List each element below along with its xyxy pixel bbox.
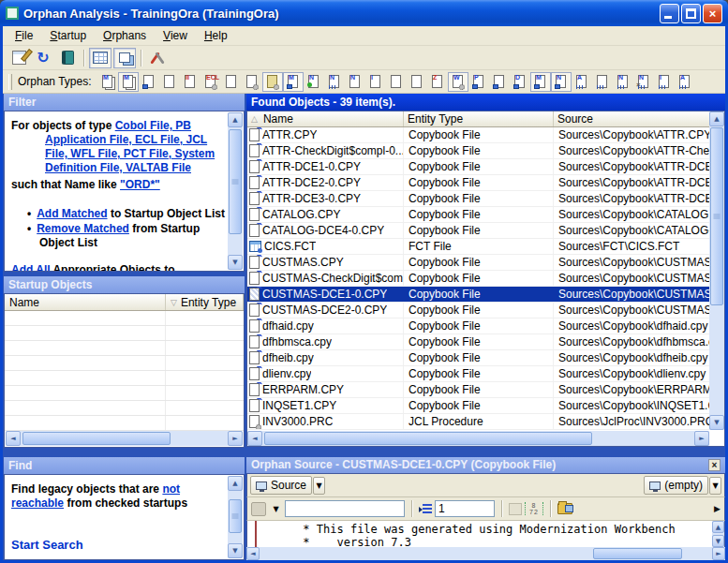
orphan-type-button[interactable]: [262, 72, 283, 92]
scroll-thumb[interactable]: [593, 548, 682, 559]
menu-help[interactable]: Help: [196, 27, 236, 44]
orphan-type-button[interactable]: ECL: [201, 72, 221, 92]
column-header-name[interactable]: △Name: [247, 111, 404, 126]
filter-scrollbar[interactable]: ▲ ▼: [228, 112, 243, 270]
table-row[interactable]: CUSTMAS.CPYCopybook FileSources\Copybook…: [247, 255, 709, 271]
minimize-button[interactable]: [660, 4, 679, 23]
outline-icon[interactable]: [509, 503, 522, 515]
menu-view[interactable]: View: [155, 27, 196, 44]
orphan-type-button[interactable]: P: [468, 72, 489, 92]
orphan-type-button[interactable]: N: [345, 72, 365, 92]
orphan-type-button[interactable]: [489, 72, 510, 92]
orphan-type-button[interactable]: II: [180, 72, 201, 92]
scroll-right-icon[interactable]: ►: [712, 547, 725, 560]
scroll-up-icon[interactable]: ▲: [709, 111, 724, 126]
scroll-right-icon[interactable]: ►: [228, 431, 243, 446]
tools-button[interactable]: [146, 48, 169, 68]
scroll-thumb[interactable]: [264, 432, 592, 445]
hyperlink[interactable]: Remove Matched: [37, 222, 129, 235]
table-row[interactable]: INV3000.PRCJCL ProcedureSources\JclProc\…: [247, 414, 709, 430]
table-row[interactable]: CATALOG-DCE4-0.CPYCopybook FileSources\C…: [247, 223, 709, 239]
found-horizontal-scrollbar[interactable]: ◄ ►: [247, 431, 709, 446]
table-row[interactable]: ATTR-DCE3-0.CPYCopybook FileSources\Copy…: [247, 191, 709, 207]
hyperlink[interactable]: Add All: [11, 263, 51, 271]
toolbar-overflow-icon[interactable]: ▶: [714, 504, 721, 513]
column-header-entity-type[interactable]: Entity Type: [404, 111, 554, 126]
orphan-type-button[interactable]: N: [551, 72, 572, 92]
scroll-up-icon[interactable]: ▲: [712, 521, 724, 533]
orphan-type-button[interactable]: [242, 72, 262, 92]
orphan-type-button[interactable]: [407, 72, 427, 92]
found-vertical-scrollbar[interactable]: ▲ ▼: [709, 111, 724, 430]
scroll-up-icon[interactable]: ▲: [228, 476, 243, 491]
start-search-link[interactable]: Start Search: [11, 538, 83, 552]
orphan-type-button[interactable]: N: [324, 72, 345, 92]
orphan-type-button[interactable]: [159, 72, 180, 92]
orphan-type-button[interactable]: [221, 72, 242, 92]
table-row[interactable]: CUSTMAS-CheckDigit$com...Copybook FileSo…: [247, 271, 709, 287]
table-row[interactable]: CUSTMAS-DCE2-0.CPYCopybook FileSources\C…: [247, 303, 709, 319]
scroll-down-icon[interactable]: ▼: [709, 415, 724, 430]
table-row[interactable]: ATTR-DCE2-0.CPYCopybook FileSources\Copy…: [247, 175, 709, 191]
form-view-button[interactable]: [113, 48, 136, 68]
ruler-icon[interactable]: 8 72: [525, 502, 543, 515]
orphan-type-button[interactable]: Z: [427, 72, 448, 92]
orphan-type-button[interactable]: I: [365, 72, 386, 92]
table-row[interactable]: dfheib.cpyCopybook FileSources\Copybook\…: [247, 350, 709, 366]
table-row[interactable]: dfhaid.cpyCopybook FileSources\Copybook\…: [247, 319, 709, 334]
compare-view-dropdown[interactable]: ▼: [709, 477, 721, 495]
scroll-down-icon[interactable]: ▼: [228, 543, 243, 558]
table-row[interactable]: dlienv.cpyCopybook FileSources\Copybook\…: [247, 366, 709, 382]
scroll-right-icon[interactable]: ►: [694, 431, 709, 446]
orphan-type-button[interactable]: A: [675, 72, 695, 92]
menu-startup[interactable]: Startup: [41, 27, 95, 44]
scroll-thumb[interactable]: [710, 127, 723, 305]
hyperlink[interactable]: "ORD*": [120, 178, 160, 191]
table-row[interactable]: CUSTMAS-DCE1-0.CPYCopybook FileSources\C…: [247, 287, 709, 303]
table-row[interactable]: ATTR-CheckDigit$compl-0....Copybook File…: [247, 143, 709, 159]
orphan-type-button[interactable]: N×: [633, 72, 654, 92]
scroll-left-icon[interactable]: ◄: [246, 547, 260, 560]
orphan-type-button[interactable]: [592, 72, 613, 92]
orphan-type-button[interactable]: [139, 72, 159, 92]
scroll-thumb[interactable]: [229, 129, 242, 234]
scroll-up-icon[interactable]: ▲: [228, 112, 243, 127]
properties-button[interactable]: [7, 48, 30, 68]
scroll-thumb[interactable]: [22, 432, 171, 445]
open-folder-icon[interactable]: [557, 503, 572, 514]
table-row[interactable]: CICS.FCTFCT FileSources\FCT\CICS.FCT: [247, 239, 709, 255]
compare-view-button[interactable]: (empty) ▼: [644, 476, 721, 495]
scroll-down-icon[interactable]: ▼: [712, 535, 724, 547]
table-row[interactable]: ERRPARM.CPYCopybook FileSources\Copybook…: [247, 382, 709, 398]
hyperlink[interactable]: Add Matched: [37, 207, 107, 220]
scroll-left-icon[interactable]: ◄: [6, 431, 21, 446]
goto-line-icon[interactable]: [419, 503, 432, 514]
orphan-type-button[interactable]: M: [97, 72, 118, 92]
orphan-type-button[interactable]: N: [613, 72, 633, 92]
table-row[interactable]: INQSET1.CPYCopybook FileSources\Copybook…: [247, 398, 709, 414]
column-header-name[interactable]: Name: [5, 294, 166, 310]
close-panel-button[interactable]: ×: [708, 459, 721, 471]
orphan-type-button[interactable]: M: [283, 72, 304, 92]
orphan-type-button[interactable]: M: [530, 72, 551, 92]
code-vertical-scrollbar[interactable]: ▲ ▼: [712, 521, 724, 547]
context-icon[interactable]: [251, 502, 266, 516]
table-row[interactable]: ATTR-DCE1-0.CPYCopybook FileSources\Copy…: [247, 159, 709, 175]
toolbar-grip[interactable]: [8, 74, 12, 90]
orphan-type-button[interactable]: [386, 72, 407, 92]
maximize-button[interactable]: [681, 4, 701, 23]
scroll-left-icon[interactable]: ◄: [247, 431, 262, 446]
refresh-button[interactable]: ↻: [32, 48, 54, 68]
column-header-entity-type[interactable]: ▽Entity Type: [166, 294, 244, 310]
menu-file[interactable]: File: [7, 27, 41, 44]
orphan-type-button[interactable]: M: [118, 72, 139, 92]
source-view-dropdown[interactable]: ▼: [313, 477, 325, 495]
line-number-input[interactable]: [435, 500, 495, 517]
column-header-source[interactable]: Source: [554, 111, 709, 126]
context-dropdown[interactable]: ▼: [270, 500, 282, 518]
scroll-thumb[interactable]: [229, 499, 242, 533]
scroll-down-icon[interactable]: ▼: [228, 255, 243, 270]
orphan-type-button[interactable]: A: [572, 72, 592, 92]
notebook-button[interactable]: [56, 48, 79, 68]
menu-orphans[interactable]: Orphans: [95, 27, 155, 44]
